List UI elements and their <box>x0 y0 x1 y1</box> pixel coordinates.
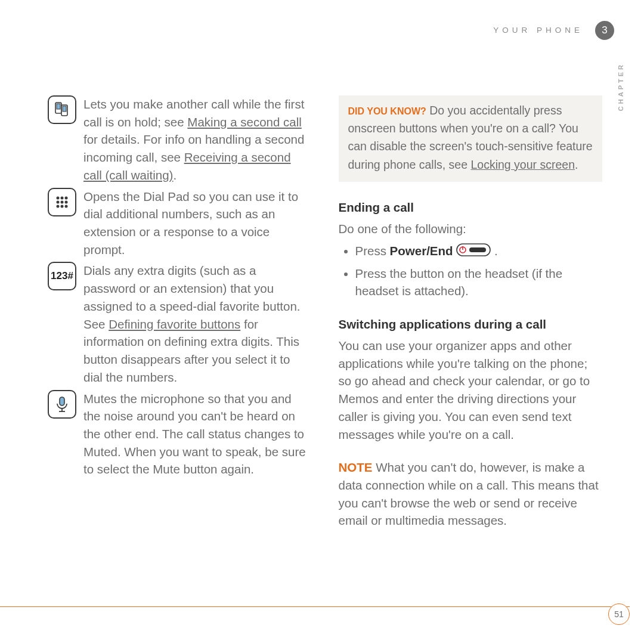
feature-item: Opens the Dial Pad so you can use it to … <box>48 188 312 259</box>
dialpad-icon <box>48 188 76 216</box>
svg-point-7 <box>57 200 60 203</box>
note-label: NOTE <box>339 460 373 474</box>
svg-point-8 <box>61 200 64 203</box>
svg-rect-3 <box>63 106 66 112</box>
section-name: YOUR PHONE <box>493 24 583 36</box>
svg-point-12 <box>65 205 68 208</box>
page-header: YOUR PHONE 3 <box>493 21 614 40</box>
chapter-side-label: CHAPTER <box>617 63 626 111</box>
feature-text: Opens the Dial Pad so you can use it to … <box>83 188 312 259</box>
page-number: 51 <box>608 603 630 625</box>
svg-point-10 <box>57 205 60 208</box>
feature-text: Dials any extra digits (such as a passwo… <box>83 262 312 386</box>
feature-item: Lets you make another call while the fir… <box>48 95 312 184</box>
paragraph: You can use your organizer apps and othe… <box>339 337 603 443</box>
svg-point-9 <box>65 200 68 203</box>
did-you-know-callout: DID YOU KNOW? Do you accidentally press … <box>339 95 603 182</box>
link-locking-your-screen[interactable]: Locking your screen <box>470 158 575 171</box>
left-column: Lets you make another call while the fir… <box>48 95 312 530</box>
link-defining-favorite-buttons[interactable]: Defining favorite buttons <box>109 317 240 331</box>
content-area: Lets you make another call while the fir… <box>48 95 602 530</box>
callout-label: DID YOU KNOW? <box>348 106 426 116</box>
svg-point-11 <box>61 205 64 208</box>
svg-point-6 <box>65 196 68 199</box>
link-making-second-call[interactable]: Making a second call <box>187 115 301 129</box>
footer-rule <box>0 606 630 607</box>
svg-rect-1 <box>57 104 60 109</box>
svg-rect-13 <box>60 397 64 405</box>
feature-item: 123# Dials any extra digits (such as a p… <box>48 262 312 386</box>
feature-text: Lets you make another call while the fir… <box>83 95 312 184</box>
two-phones-icon <box>48 95 76 124</box>
svg-point-4 <box>57 196 60 199</box>
heading-ending-a-call: Ending a call <box>339 199 603 216</box>
svg-rect-19 <box>469 247 486 252</box>
chapter-badge: 3 <box>595 21 614 40</box>
note-paragraph: NOTE What you can't do, however, is make… <box>339 459 603 530</box>
bullet-list: Press Power/End . Press the button on th… <box>339 242 603 300</box>
feature-text: Mutes the microphone so that you and the… <box>83 390 312 479</box>
list-item: Press the button on the headset (if the … <box>355 265 603 300</box>
paragraph: Do one of the following: <box>339 220 603 238</box>
list-item: Press Power/End . <box>355 242 603 261</box>
feature-item: Mutes the microphone so that you and the… <box>48 390 312 479</box>
power-end-key-icon <box>456 243 491 261</box>
heading-switching-apps: Switching applications during a call <box>339 315 603 333</box>
svg-point-5 <box>61 196 64 199</box>
extra-digits-icon: 123# <box>48 262 76 290</box>
right-column: DID YOU KNOW? Do you accidentally press … <box>339 95 603 530</box>
mute-icon <box>48 390 76 419</box>
